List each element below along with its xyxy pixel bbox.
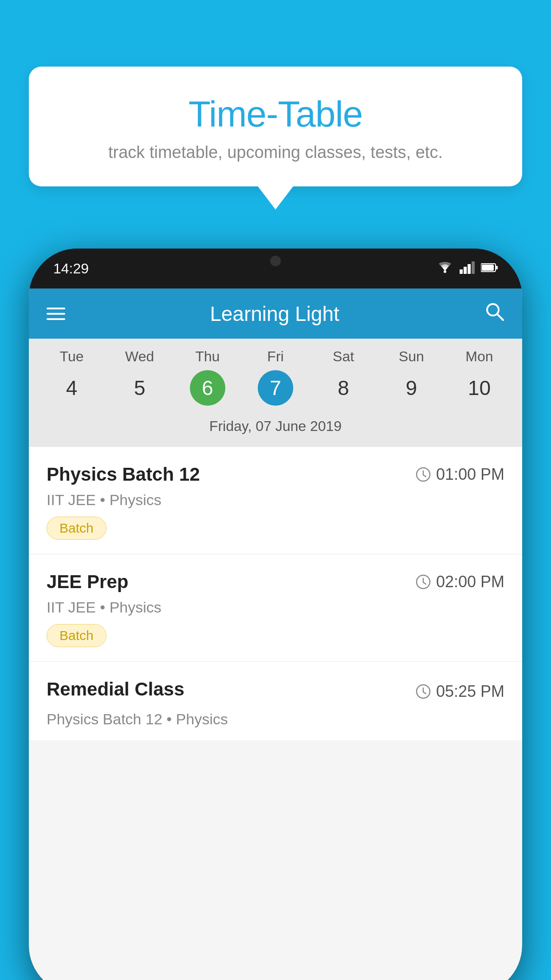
batch-tag: Batch (47, 624, 106, 647)
svg-line-15 (423, 582, 426, 584)
time-text: 05:25 PM (436, 682, 504, 701)
day-name: Sun (399, 348, 424, 365)
day-number[interactable]: 10 (461, 370, 497, 406)
speech-bubble-container: Time-Table track timetable, upcoming cla… (29, 67, 522, 186)
calendar-day[interactable]: Tue4 (45, 348, 98, 406)
bubble-title: Time-Table (51, 93, 500, 135)
calendar-day[interactable]: Thu6 (181, 348, 234, 406)
battery-icon (481, 263, 498, 274)
search-icon[interactable] (484, 301, 504, 326)
status-bar: 14:29 (29, 249, 522, 288)
class-item-header: Physics Batch 12 01:00 PM (47, 464, 504, 485)
time-text: 01:00 PM (436, 465, 504, 484)
class-item[interactable]: Physics Batch 12 01:00 PMIIT JEE • Physi… (29, 447, 522, 554)
svg-line-12 (423, 475, 426, 477)
class-item-header: Remedial Class 05:25 PM (47, 679, 504, 704)
phone-notch (236, 249, 315, 273)
time-text: 02:00 PM (436, 573, 504, 591)
svg-rect-6 (496, 266, 498, 269)
selected-date-label: Friday, 07 June 2019 (29, 412, 522, 443)
class-item[interactable]: JEE Prep 02:00 PMIIT JEE • PhysicsBatch (29, 554, 522, 662)
class-list: Physics Batch 12 01:00 PMIIT JEE • Physi… (29, 447, 522, 740)
calendar-day[interactable]: Mon10 (453, 348, 506, 406)
speech-bubble: Time-Table track timetable, upcoming cla… (29, 67, 522, 186)
class-item-header: JEE Prep 02:00 PM (47, 571, 504, 593)
day-number[interactable]: 6 (190, 370, 225, 406)
svg-rect-2 (464, 267, 467, 274)
class-subtitle: IIT JEE • Physics (47, 599, 504, 616)
svg-line-9 (497, 314, 503, 320)
bubble-subtitle: track timetable, upcoming classes, tests… (51, 143, 500, 162)
class-item[interactable]: Remedial Class 05:25 PMPhysics Batch 12 … (29, 662, 522, 740)
day-number[interactable]: 4 (54, 370, 90, 406)
class-name: Physics Batch 12 (47, 464, 200, 485)
svg-rect-1 (460, 269, 463, 274)
class-time: 02:00 PM (416, 573, 504, 591)
status-icons (437, 261, 498, 277)
wifi-icon (437, 261, 453, 277)
status-time: 14:29 (53, 261, 89, 277)
day-name: Thu (195, 348, 220, 365)
day-name: Sat (333, 348, 354, 365)
class-subtitle: Physics Batch 12 • Physics (47, 711, 504, 728)
day-name: Fri (267, 348, 283, 365)
clock-icon (416, 574, 431, 589)
days-row: Tue4Wed5Thu6Fri7Sat8Sun9Mon10 (29, 348, 522, 406)
day-name: Wed (125, 348, 154, 365)
day-number[interactable]: 5 (122, 370, 157, 406)
day-number[interactable]: 8 (326, 370, 361, 406)
menu-icon[interactable] (47, 308, 65, 320)
day-number[interactable]: 7 (258, 370, 293, 406)
class-name: Remedial Class (47, 679, 185, 700)
class-time: 05:25 PM (416, 682, 504, 701)
calendar-day[interactable]: Fri7 (249, 348, 302, 406)
app-title: Learning Light (210, 302, 339, 326)
svg-rect-4 (472, 261, 475, 274)
svg-point-0 (444, 270, 446, 273)
app-header: Learning Light (29, 288, 522, 339)
svg-rect-3 (468, 264, 471, 274)
calendar-day[interactable]: Sat8 (317, 348, 370, 406)
svg-line-18 (423, 692, 426, 694)
class-name: JEE Prep (47, 571, 128, 593)
clock-icon (416, 467, 431, 482)
clock-icon (416, 684, 431, 699)
day-number[interactable]: 9 (394, 370, 429, 406)
batch-tag: Batch (47, 517, 106, 540)
calendar-day[interactable]: Sun9 (385, 348, 438, 406)
svg-rect-7 (482, 265, 494, 271)
calendar-day[interactable]: Wed5 (113, 348, 166, 406)
day-name: Tue (60, 348, 84, 365)
camera-dot (270, 256, 281, 266)
phone-frame: 14:29 (29, 249, 522, 980)
class-time: 01:00 PM (416, 465, 504, 484)
calendar-strip: Tue4Wed5Thu6Fri7Sat8Sun9Mon10 Friday, 07… (29, 339, 522, 447)
class-subtitle: IIT JEE • Physics (47, 491, 504, 509)
phone-screen: Learning Light Tue4Wed5Thu6Fri7Sat8Sun9M… (29, 288, 522, 980)
signal-icon (460, 261, 475, 276)
day-name: Mon (465, 348, 493, 365)
